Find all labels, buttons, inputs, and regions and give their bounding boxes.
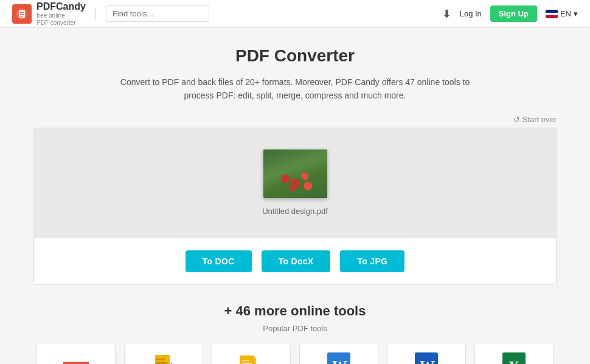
svg-rect-13 [240, 355, 254, 364]
search-input[interactable] [106, 5, 209, 22]
more-tools-title: + 46 more online tools [33, 303, 557, 319]
svg-rect-2 [20, 12, 24, 13]
logo-area: PDFCandy free onlinePDF converter [12, 1, 86, 27]
more-tools-section: + 46 more online tools Popular PDF tools… [33, 303, 557, 364]
logo-sub: free onlinePDF converter [36, 12, 86, 27]
to-doc-button[interactable]: To DOC [186, 250, 252, 272]
svg-text:X: X [508, 358, 520, 364]
page-description: Convert to PDF and back files of 20+ for… [33, 75, 557, 103]
svg-rect-6 [156, 359, 165, 360]
start-over-label: Start over [522, 115, 557, 124]
start-over-button[interactable]: ↺ Start over [513, 115, 557, 124]
svg-text:W: W [331, 357, 348, 364]
word-icon-blue: W [327, 352, 350, 364]
thumbnail-image [263, 149, 327, 198]
logo-name: PDFCandy [36, 1, 86, 12]
edit-icon [151, 352, 176, 364]
start-over-area: ↺ Start over [33, 115, 557, 124]
conversion-buttons: To DOC To DocX To JPG [34, 238, 556, 284]
signup-button[interactable]: Sign Up [490, 5, 537, 22]
header-divider [95, 8, 96, 20]
flag-icon [546, 10, 558, 18]
lang-label: EN [560, 9, 571, 18]
file-name: Untitled design.pdf [262, 207, 328, 216]
lang-chevron-icon: ▾ [574, 9, 578, 18]
tool-pdf-to-word-1[interactable]: W [299, 343, 378, 364]
pdf-thumbnail [263, 149, 327, 198]
excel-icon: X [502, 352, 526, 364]
to-docx-button[interactable]: To DocX [262, 250, 331, 272]
logo-icon [12, 4, 32, 24]
tool-pdf-to-excel[interactable]: X [474, 343, 554, 364]
tool-pdf-to-doc[interactable] [212, 343, 291, 364]
compress-icon: ▬▬▬ ↓ [63, 357, 89, 364]
popular-label: Popular PDF tools [33, 324, 557, 333]
svg-rect-4 [20, 16, 23, 17]
converter-box: Untitled design.pdf To DOC To DocX To JP… [33, 128, 557, 285]
header-right: ⬇ Log In Sign Up EN ▾ [442, 5, 578, 22]
tool-compress-pdf[interactable]: ▬▬▬ ↓ [36, 343, 116, 364]
svg-rect-14 [242, 360, 249, 362]
to-jpg-button[interactable]: To JPG [340, 250, 404, 272]
svg-text:W: W [419, 357, 436, 364]
word-icon-dark-blue: W [415, 352, 438, 364]
stacked-docs-icon [238, 352, 265, 364]
logo-text: PDFCandy free onlinePDF converter [36, 1, 86, 27]
tool-pdf-to-word-2[interactable]: W [387, 343, 466, 364]
page-title: PDF Converter [33, 46, 557, 66]
language-selector[interactable]: EN ▾ [546, 9, 578, 18]
preview-area: Untitled design.pdf [34, 128, 556, 238]
refresh-icon: ↺ [513, 115, 520, 124]
login-button[interactable]: Log In [460, 9, 482, 18]
tools-grid: ▬▬▬ ↓ [33, 343, 557, 364]
download-icon[interactable]: ⬇ [442, 7, 451, 21]
svg-rect-3 [20, 14, 24, 15]
main-content: PDF Converter Convert to PDF and back fi… [21, 28, 569, 364]
tool-edit-pdf[interactable] [124, 343, 203, 364]
header: PDFCandy free onlinePDF converter ⬇ Log … [0, 0, 590, 28]
